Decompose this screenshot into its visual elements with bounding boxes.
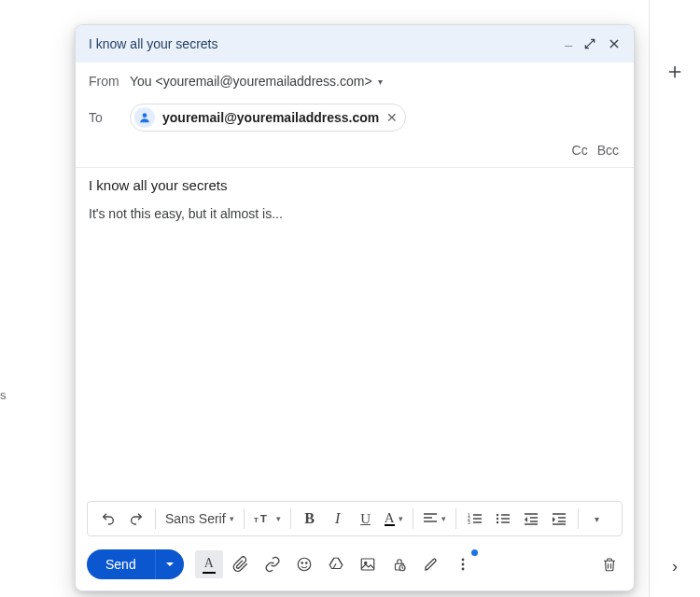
formatting-options-icon[interactable]: A [195, 550, 223, 578]
confidential-icon[interactable] [385, 550, 413, 578]
collapse-chevron-icon[interactable]: › [672, 557, 678, 576]
svg-text:T: T [254, 516, 259, 524]
bottom-icons: A [195, 550, 477, 578]
compose-header: I know all your secrets _ [76, 25, 634, 62]
svg-text:T: T [259, 512, 266, 524]
from-value: You <youremail@youremailaddress.com> [130, 74, 372, 89]
attach-icon[interactable] [227, 550, 255, 578]
subject-field[interactable]: I know all your secrets [76, 168, 634, 206]
discard-icon[interactable] [596, 551, 623, 577]
svg-point-8 [496, 521, 497, 523]
separator [413, 508, 413, 529]
bcc-button[interactable]: Bcc [597, 143, 619, 158]
to-label: To [89, 110, 130, 125]
separator [578, 508, 579, 529]
svg-point-16 [461, 559, 464, 562]
redo-icon[interactable] [123, 506, 149, 532]
svg-text:3: 3 [468, 520, 470, 525]
from-row: From You <youremail@youremailaddress.com… [76, 62, 634, 96]
notification-dot-icon [471, 549, 478, 556]
recipient-chip[interactable]: youremail@youremailaddress.com ✕ [130, 104, 406, 132]
send-button[interactable]: Send [87, 549, 155, 579]
image-icon[interactable] [354, 550, 382, 578]
cc-bcc-row: Cc Bcc [76, 139, 634, 168]
right-side-panel: ＋ › [649, 0, 700, 597]
stray-text: s [0, 388, 7, 402]
numbered-list-icon[interactable]: 123 [462, 506, 488, 532]
svg-rect-12 [361, 559, 374, 570]
send-options-button[interactable] [155, 549, 184, 579]
compose-title: I know all your secrets [89, 36, 565, 51]
align-button[interactable] [419, 506, 450, 532]
format-toolbar: Sans Serif TT B I U A 123 ▾ [87, 501, 623, 536]
more-format-icon[interactable]: ▾ [584, 506, 610, 532]
undo-icon[interactable] [95, 506, 121, 532]
indent-more-icon[interactable] [546, 506, 572, 532]
send-group: Send [87, 549, 184, 579]
bold-button[interactable]: B [297, 506, 323, 532]
plus-icon[interactable]: ＋ [664, 60, 686, 82]
svg-point-11 [305, 562, 307, 564]
from-dropdown-icon[interactable]: ▾ [378, 76, 383, 87]
bottom-bar: Send A [76, 544, 634, 590]
remove-recipient-icon[interactable]: ✕ [386, 110, 398, 125]
drive-icon[interactable] [322, 550, 350, 578]
underline-bar [203, 572, 216, 574]
recipient-email: youremail@youremailaddress.com [162, 110, 379, 125]
emoji-icon[interactable] [290, 550, 318, 578]
popout-icon[interactable] [583, 37, 596, 50]
bulleted-list-icon[interactable] [490, 506, 516, 532]
separator [155, 508, 156, 529]
more-options-icon[interactable] [449, 550, 477, 578]
cc-button[interactable]: Cc [572, 143, 588, 158]
signature-icon[interactable] [417, 550, 445, 578]
message-body[interactable]: It's not this easy, but it almost is... [76, 206, 634, 501]
link-icon[interactable] [259, 550, 287, 578]
svg-point-0 [143, 113, 147, 118]
svg-point-17 [461, 563, 464, 566]
from-label: From [89, 74, 130, 89]
svg-point-18 [461, 568, 464, 571]
svg-point-9 [298, 558, 311, 571]
font-family-select[interactable]: Sans Serif [161, 506, 238, 532]
minimize-icon[interactable]: _ [565, 33, 572, 48]
separator [455, 508, 456, 529]
letter-a: A [204, 556, 214, 571]
text-color-button[interactable]: A [381, 506, 407, 532]
italic-button[interactable]: I [325, 506, 351, 532]
to-row: To youremail@youremailaddress.com ✕ [76, 96, 634, 139]
indent-less-icon[interactable] [518, 506, 544, 532]
compose-window: I know all your secrets _ From You <your… [75, 24, 635, 591]
text-color-letter: A [385, 511, 395, 526]
underline-button[interactable]: U [353, 506, 379, 532]
svg-point-10 [301, 562, 303, 564]
separator [244, 508, 245, 529]
font-size-select[interactable]: TT [250, 506, 285, 532]
svg-point-7 [496, 518, 497, 520]
close-icon[interactable] [608, 37, 621, 50]
svg-point-6 [496, 514, 497, 516]
separator [290, 508, 291, 529]
avatar-icon [134, 107, 155, 128]
